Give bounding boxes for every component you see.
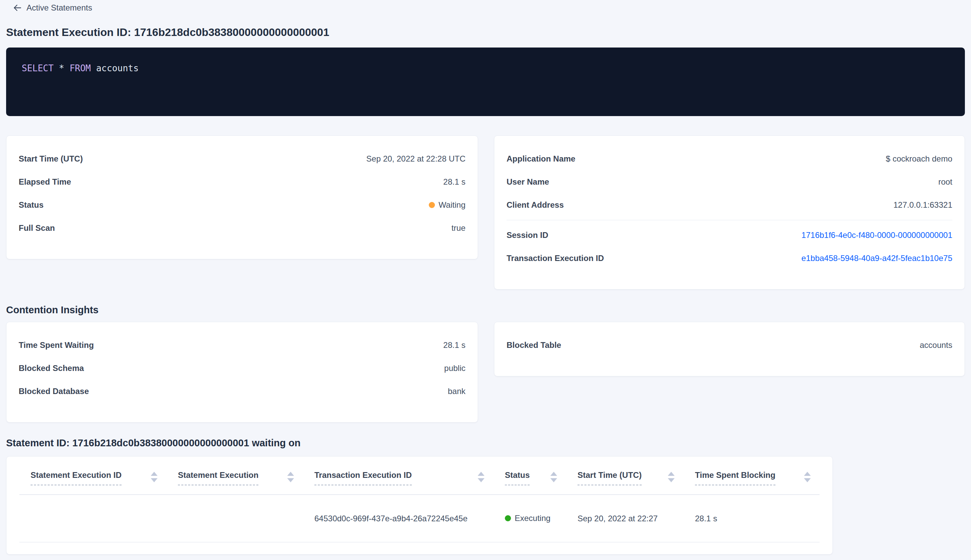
column-header-statement-execution-id[interactable]: Statement Execution ID — [30, 470, 178, 485]
column-header-label: Statement Execution — [178, 470, 259, 485]
cell-start-time: Sep 20, 2022 at 22:27 — [577, 514, 695, 523]
execution-overview-card: Start Time (UTC) Sep 20, 2022 at 22:28 U… — [6, 135, 478, 259]
contention-insights-heading: Contention Insights — [6, 304, 965, 316]
cell-status: Executing — [505, 513, 577, 523]
sort-icon[interactable] — [804, 472, 811, 482]
client-address-value: 127.0.0.1:63321 — [894, 200, 953, 210]
time-spent-waiting-value: 28.1 s — [444, 340, 465, 350]
sort-icon[interactable] — [668, 472, 675, 482]
back-arrow-icon — [13, 3, 22, 12]
sort-icon[interactable] — [478, 472, 484, 482]
waiting-on-heading: Statement ID: 1716b218dc0b38380000000000… — [6, 437, 965, 449]
overview-cards-row: Start Time (UTC) Sep 20, 2022 at 22:28 U… — [6, 135, 965, 290]
sql-statement: SELECT * FROM accounts — [22, 62, 949, 74]
waiting-status-dot-icon — [429, 202, 435, 208]
blocked-table-row: Blocked Table accounts — [507, 333, 952, 357]
sql-identifier: accounts — [91, 63, 139, 73]
user-name-label: User Name — [507, 177, 549, 187]
sql-statement-box: SELECT * FROM accounts — [6, 48, 965, 116]
start-time-value: Sep 20, 2022 at 22:28 UTC — [366, 154, 465, 163]
user-name-row: User Name root — [507, 170, 952, 193]
column-header-start-time[interactable]: Start Time (UTC) — [577, 470, 695, 485]
blocked-table-card: Blocked Table accounts — [494, 322, 965, 377]
status-value: Waiting — [439, 200, 465, 210]
application-name-label: Application Name — [507, 154, 576, 163]
status-badge: Executing — [505, 513, 551, 523]
column-header-label: Start Time (UTC) — [577, 470, 642, 485]
breadcrumb[interactable]: Active Statements — [13, 3, 92, 13]
elapsed-time-value: 28.1 s — [444, 177, 465, 187]
full-scan-row: Full Scan true — [19, 217, 465, 240]
column-header-statement-execution[interactable]: Statement Execution — [178, 470, 314, 485]
full-scan-label: Full Scan — [19, 223, 55, 233]
page-title: Statement Execution ID: 1716b218dc0b3838… — [6, 25, 965, 39]
blocked-database-value: bank — [448, 387, 465, 396]
start-time-label: Start Time (UTC) — [19, 154, 83, 163]
application-name-value: $ cockroach demo — [886, 154, 952, 163]
time-spent-waiting-row: Time Spent Waiting 28.1 s — [19, 333, 465, 357]
waiting-statements-table-card: Statement Execution ID Statement Executi… — [6, 456, 833, 555]
client-address-row: Client Address 127.0.0.1:63321 — [507, 193, 952, 217]
contention-details-card: Time Spent Waiting 28.1 s Blocked Schema… — [6, 322, 478, 423]
contention-cards-row: Time Spent Waiting 28.1 s Blocked Schema… — [6, 322, 965, 423]
start-time-row: Start Time (UTC) Sep 20, 2022 at 22:28 U… — [19, 147, 465, 170]
table-row: 64530d0c-969f-437e-a9b4-26a72245e45e Exe… — [19, 495, 819, 542]
full-scan-value: true — [452, 223, 465, 233]
statement-execution-details-page: Active Statements Statement Execution ID… — [0, 0, 971, 555]
session-id-row: Session ID 1716b1f6-4e0c-f480-0000-00000… — [507, 224, 952, 247]
blocked-database-row: Blocked Database bank — [19, 380, 465, 403]
cell-time-spent-blocking: 28.1 s — [695, 514, 812, 523]
sort-icon[interactable] — [151, 472, 157, 482]
application-name-row: Application Name $ cockroach demo — [507, 147, 952, 170]
blocked-database-label: Blocked Database — [19, 387, 89, 396]
table-header-row: Statement Execution ID Statement Executi… — [19, 457, 819, 495]
session-info-card: Application Name $ cockroach demo User N… — [494, 135, 965, 290]
column-header-label: Status — [505, 470, 530, 485]
executing-status-dot-icon — [505, 515, 511, 521]
transaction-execution-id-row: Transaction Execution ID e1bba458-5948-4… — [507, 247, 952, 270]
sql-keyword-from: FROM — [70, 63, 91, 73]
sql-operator: * — [53, 63, 70, 73]
sort-icon[interactable] — [551, 472, 557, 482]
card-divider — [507, 220, 952, 220]
blocked-schema-row: Blocked Schema public — [19, 357, 465, 380]
cell-transaction-execution-id: 64530d0c-969f-437e-a9b4-26a72245e45e — [314, 514, 505, 523]
session-id-link[interactable]: 1716b1f6-4e0c-f480-0000-000000000001 — [802, 230, 952, 240]
column-header-status[interactable]: Status — [505, 470, 577, 485]
elapsed-time-row: Elapsed Time 28.1 s — [19, 170, 465, 193]
column-header-time-spent-blocking[interactable]: Time Spent Blocking — [695, 470, 812, 485]
column-header-label: Transaction Execution ID — [314, 470, 412, 485]
transaction-execution-id-link[interactable]: e1bba458-5948-40a9-a42f-5feac1b10e75 — [802, 253, 952, 263]
client-address-label: Client Address — [507, 200, 564, 210]
column-header-transaction-execution-id[interactable]: Transaction Execution ID — [314, 470, 505, 485]
session-id-label: Session ID — [507, 230, 548, 240]
time-spent-waiting-label: Time Spent Waiting — [19, 340, 94, 350]
column-header-label: Statement Execution ID — [30, 470, 122, 485]
sql-keyword-select: SELECT — [22, 63, 53, 73]
blocked-table-value: accounts — [920, 340, 952, 350]
sort-icon[interactable] — [287, 472, 294, 482]
status-row: Status Waiting — [19, 193, 465, 217]
transaction-execution-id-label: Transaction Execution ID — [507, 253, 604, 263]
elapsed-time-label: Elapsed Time — [19, 177, 71, 187]
row-status-value: Executing — [515, 513, 551, 523]
blocked-table-label: Blocked Table — [507, 340, 561, 350]
breadcrumb-label: Active Statements — [27, 3, 92, 13]
user-name-value: root — [938, 177, 952, 187]
status-badge: Waiting — [429, 200, 465, 210]
blocked-schema-label: Blocked Schema — [19, 363, 84, 373]
column-header-label: Time Spent Blocking — [695, 470, 776, 485]
blocked-schema-value: public — [444, 363, 465, 373]
status-label: Status — [19, 200, 43, 210]
